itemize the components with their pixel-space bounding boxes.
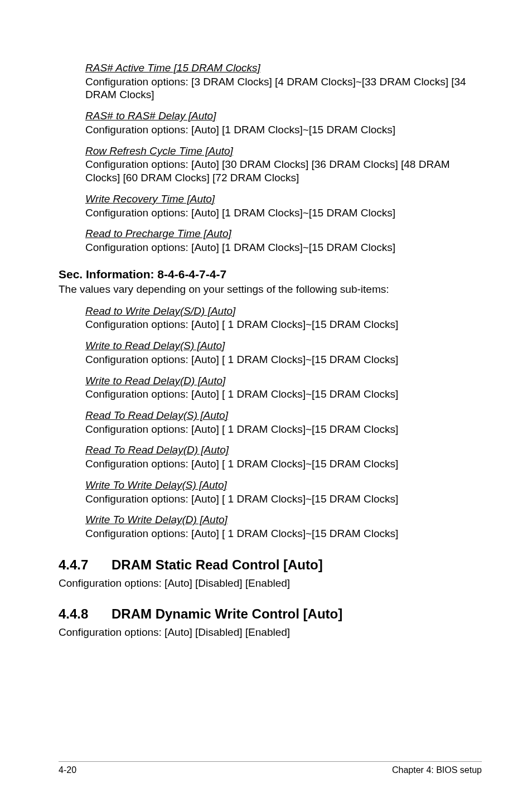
- setting-title: Read To Read Delay(S) [Auto]: [85, 409, 482, 423]
- setting-title: Row Refresh Cycle Time [Auto]: [85, 144, 482, 158]
- setting-desc: Configuration options: [Auto] [ 1 DRAM C…: [85, 388, 482, 401]
- sec-information-intro: The values vary depending on your settin…: [59, 283, 482, 296]
- setting-desc: Configuration options: [Auto] [ 1 DRAM C…: [85, 457, 482, 471]
- setting-desc: Configuration options: [Auto] [ 1 DRAM C…: [85, 527, 482, 540]
- document-page: RAS# Active Time [15 DRAM Clocks] Config…: [0, 0, 532, 802]
- section-title: DRAM Dynamic Write Control [Auto]: [112, 606, 342, 621]
- section-448-desc: Configuration options: [Auto] [Disabled]…: [59, 626, 482, 639]
- setting-desc: Configuration options: [Auto] [ 1 DRAM C…: [85, 423, 482, 436]
- setting-title: Read To Read Delay(D) [Auto]: [85, 443, 482, 457]
- sec-settings-group: Read to Write Delay(S/D) [Auto] Configur…: [85, 305, 482, 540]
- setting-title: Write to Read Delay(S) [Auto]: [85, 339, 482, 353]
- setting-desc: Configuration options: [Auto] [ 1 DRAM C…: [85, 353, 482, 366]
- setting-title: Read to Write Delay(S/D) [Auto]: [85, 305, 482, 318]
- setting-title: Write To Write Delay(S) [Auto]: [85, 479, 482, 492]
- setting-desc: Configuration options: [Auto] [1 DRAM Cl…: [85, 123, 482, 137]
- section-number: 4.4.8: [59, 606, 112, 622]
- chapter-label: Chapter 4: BIOS setup: [392, 765, 482, 775]
- setting-desc: Configuration options: [Auto] [ 1 DRAM C…: [85, 492, 482, 506]
- section-447-heading: 4.4.7DRAM Static Read Control [Auto]: [59, 557, 482, 573]
- setting-desc: Configuration options: [Auto] [1 DRAM Cl…: [85, 206, 482, 220]
- setting-title: Write to Read Delay(D) [Auto]: [85, 374, 482, 388]
- section-title: DRAM Static Read Control [Auto]: [112, 557, 323, 572]
- setting-title: RAS# Active Time [15 DRAM Clocks]: [85, 61, 482, 75]
- setting-title: Write To Write Delay(D) [Auto]: [85, 513, 482, 527]
- setting-title: RAS# to RAS# Delay [Auto]: [85, 109, 482, 123]
- page-footer: 4-20 Chapter 4: BIOS setup: [59, 761, 482, 775]
- page-number: 4-20: [59, 765, 76, 775]
- setting-title: Read to Precharge Time [Auto]: [85, 227, 482, 241]
- setting-desc: Configuration options: [Auto] [ 1 DRAM C…: [85, 318, 482, 331]
- setting-desc: Configuration options: [3 DRAM Clocks] […: [85, 75, 482, 102]
- setting-desc: Configuration options: [Auto] [30 DRAM C…: [85, 158, 482, 185]
- primary-settings-group: RAS# Active Time [15 DRAM Clocks] Config…: [85, 61, 482, 254]
- sec-information-heading: Sec. Information: 8-4-6-4-7-4-7: [59, 268, 482, 281]
- section-448-heading: 4.4.8DRAM Dynamic Write Control [Auto]: [59, 606, 482, 622]
- section-number: 4.4.7: [59, 557, 112, 573]
- setting-title: Write Recovery Time [Auto]: [85, 192, 482, 206]
- setting-desc: Configuration options: [Auto] [1 DRAM Cl…: [85, 241, 482, 254]
- section-447-desc: Configuration options: [Auto] [Disabled]…: [59, 577, 482, 590]
